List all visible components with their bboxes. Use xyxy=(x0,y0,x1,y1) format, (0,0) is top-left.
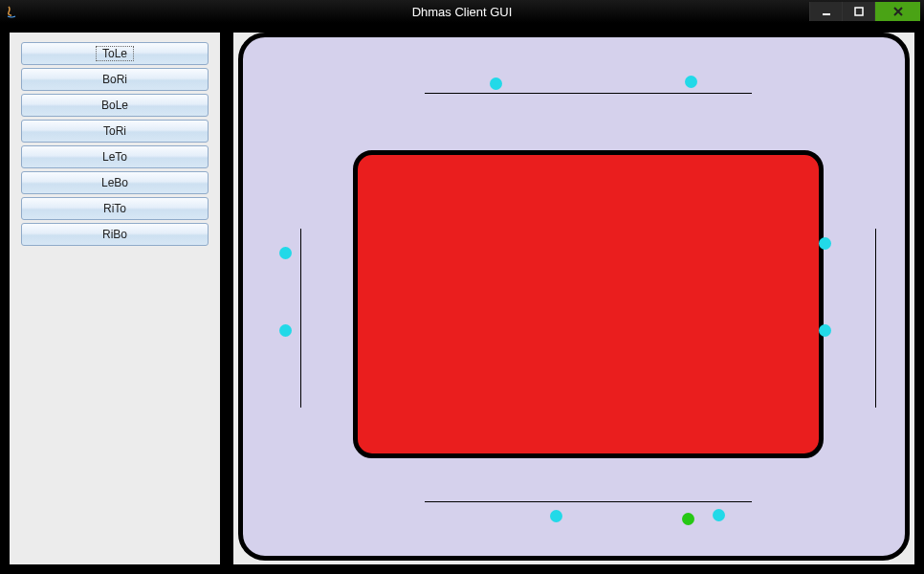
window-controls xyxy=(809,2,920,21)
bottom-left-dot xyxy=(550,510,562,522)
left-line xyxy=(300,229,301,408)
tole-button[interactable]: ToLe xyxy=(21,42,209,65)
minimize-button[interactable] xyxy=(809,2,842,21)
svg-rect-1 xyxy=(855,8,863,15)
bottom-line xyxy=(425,501,752,502)
content-frame: ToLe BoRi BoLe ToRi LeTo LeBo RiTo RiBo xyxy=(0,23,924,574)
bottom-green-dot xyxy=(682,513,694,525)
top-right-dot xyxy=(685,76,697,88)
bori-button[interactable]: BoRi xyxy=(21,68,209,91)
bole-button[interactable]: BoLe xyxy=(21,94,209,117)
top-line xyxy=(425,93,752,94)
button-panel: ToLe BoRi BoLe ToRi LeTo LeBo RiTo RiBo xyxy=(10,33,220,564)
inner-box xyxy=(353,150,824,458)
right-upper-dot xyxy=(819,237,831,250)
left-upper-dot xyxy=(279,247,292,259)
maximize-button[interactable] xyxy=(842,2,874,21)
tori-button[interactable]: ToRi xyxy=(21,120,209,143)
right-lower-dot xyxy=(819,324,831,337)
window-title: Dhmas Client GUI xyxy=(412,5,513,19)
top-left-dot xyxy=(490,77,502,90)
titlebar: Dhmas Client GUI xyxy=(0,0,924,23)
leto-button[interactable]: LeTo xyxy=(21,145,209,168)
ribo-button[interactable]: RiBo xyxy=(21,223,209,246)
left-lower-dot xyxy=(279,324,292,337)
svg-rect-0 xyxy=(823,13,830,15)
lebo-button[interactable]: LeBo xyxy=(21,171,209,194)
rito-button[interactable]: RiTo xyxy=(21,197,209,220)
java-icon xyxy=(4,4,19,19)
outer-box xyxy=(238,33,910,561)
bottom-right-dot xyxy=(713,509,725,521)
canvas-panel xyxy=(233,33,914,564)
right-line xyxy=(875,229,876,408)
close-button[interactable] xyxy=(874,2,920,21)
